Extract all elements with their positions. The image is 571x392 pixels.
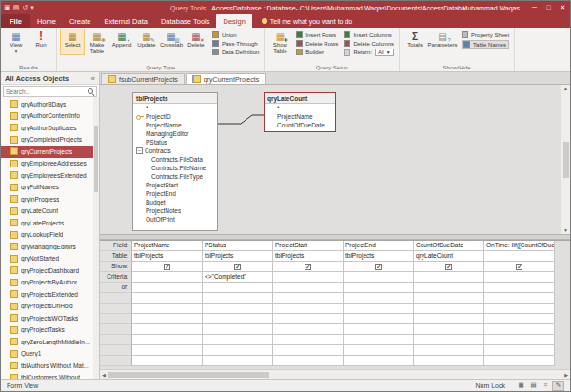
grid-cell[interactable] bbox=[203, 283, 273, 293]
grid-cell[interactable] bbox=[414, 356, 484, 366]
grid-cell[interactable] bbox=[203, 345, 273, 356]
delete-columns-button[interactable]: Delete Columns bbox=[344, 40, 394, 47]
grid-cell[interactable] bbox=[203, 304, 273, 314]
grid-cell[interactable] bbox=[273, 324, 344, 335]
insert-columns-button[interactable]: Insert Columns bbox=[344, 31, 394, 38]
builder-button[interactable]: Builder bbox=[296, 49, 338, 55]
show-checkbox[interactable] bbox=[234, 264, 241, 270]
grid-cell[interactable]: tblProjects bbox=[132, 251, 203, 262]
table-names-button[interactable]: Table Names bbox=[462, 40, 509, 49]
field-item-managingeditor[interactable]: ManagingEditor bbox=[133, 129, 217, 138]
grid-horizontal-scrollbar[interactable]: ◀ ▶ bbox=[100, 369, 570, 379]
ribbon-tab-design[interactable]: Design bbox=[216, 14, 251, 28]
field-item-contracts-filedata[interactable]: Contracts.FileData bbox=[133, 155, 217, 164]
grid-cell[interactable]: ProjectEnd bbox=[344, 241, 414, 251]
minimize-button[interactable]: ─ bbox=[527, 1, 541, 14]
sidebar-item-qryfullnames[interactable]: qryFullNames bbox=[1, 182, 99, 194]
sidebar-item-qrynotstarted[interactable]: qryNotStarted bbox=[1, 253, 99, 265]
ribbon-tab-home[interactable]: Home bbox=[30, 14, 63, 28]
sidebar-item-qrylatecount[interactable]: qryLateCount bbox=[1, 206, 99, 218]
grid-cell[interactable] bbox=[484, 272, 555, 283]
scroll-right-icon[interactable]: ▶ bbox=[564, 372, 568, 378]
sidebar-item-qryprojectswotasks[interactable]: qryProjectsWOTasks bbox=[1, 312, 99, 324]
field-item-[interactable]: * bbox=[133, 104, 217, 112]
insert-rows-button[interactable]: Insert Rows bbox=[296, 31, 338, 38]
show-table-button[interactable]: ▦✚ Show Table bbox=[267, 29, 292, 55]
sidebar-item-qryauthorbdays[interactable]: qryAuthorBDays bbox=[1, 98, 99, 110]
nav-scrollbar-thumb[interactable] bbox=[94, 126, 98, 192]
grid-cell[interactable] bbox=[414, 272, 484, 283]
totals-button[interactable]: Σ Totals bbox=[403, 29, 427, 49]
return-control[interactable]: Return: All ▼ bbox=[344, 49, 394, 56]
show-checkbox[interactable] bbox=[305, 264, 311, 270]
design-surface[interactable]: ▲ ▼ tblProjects*ProjectIDProjectNameMana… bbox=[100, 85, 570, 235]
grid-cell[interactable] bbox=[414, 262, 484, 272]
grid-cell[interactable] bbox=[344, 304, 414, 314]
tell-me-box[interactable]: Tell me what you want to do bbox=[262, 14, 352, 28]
close-button[interactable]: ✕ bbox=[556, 1, 570, 14]
sidebar-item-qryprojectdashboard[interactable]: qryProjectDashboard bbox=[1, 265, 99, 277]
qat-dropdown-icon[interactable]: ▾ bbox=[30, 1, 34, 14]
grid-cell[interactable] bbox=[132, 283, 203, 293]
undo-icon[interactable]: ↺ bbox=[22, 1, 28, 14]
field-list-tblprojects[interactable]: tblProjects*ProjectIDProjectNameManaging… bbox=[132, 92, 218, 231]
sidebar-item-qryprojectsbyauthor[interactable]: qryProjectsByAuthor bbox=[1, 277, 99, 289]
pivot-view-icon[interactable]: ▤ bbox=[527, 381, 540, 391]
grid-cell[interactable] bbox=[344, 262, 414, 272]
grid-cell[interactable]: ProjectName bbox=[132, 241, 203, 251]
nav-pane-header[interactable]: All Access Objects « bbox=[1, 72, 99, 85]
tab-fsubcurrentprojects[interactable]: fsubCurrentProjects bbox=[101, 73, 185, 84]
crosstab-query-button[interactable]: ▦▥Crosstab bbox=[159, 29, 184, 55]
grid-cell[interactable]: ProjectStart bbox=[273, 241, 344, 251]
field-item-outofprint[interactable]: OutOfPrint bbox=[133, 215, 217, 224]
union-button[interactable]: Union bbox=[212, 31, 259, 38]
grid-cell[interactable] bbox=[273, 304, 344, 314]
field-item-countofduedate[interactable]: CountOfDueDate bbox=[265, 121, 335, 129]
grid-cell[interactable] bbox=[132, 314, 203, 324]
parameters-button[interactable]: ▤? Parameters bbox=[427, 29, 458, 49]
field-item-contracts-filetype[interactable]: Contracts.FileType bbox=[133, 172, 217, 181]
sidebar-item-qrylookupfield[interactable]: qryLookupField bbox=[1, 229, 99, 242]
run-button[interactable]: ! Run bbox=[29, 29, 53, 49]
sidebar-item-tblauthors-without-matchin[interactable]: tblAuthors Without Matchin... bbox=[1, 360, 99, 372]
grid-cell[interactable] bbox=[414, 324, 484, 335]
grid-cell[interactable] bbox=[203, 356, 273, 366]
grid-cell[interactable] bbox=[273, 272, 344, 283]
grid-cell[interactable] bbox=[344, 293, 414, 304]
grid-cell[interactable]: OnTime: IIf([CountOfDueDate]>0,'Late','O… bbox=[484, 241, 555, 251]
field-list-title[interactable]: tblProjects bbox=[133, 93, 217, 104]
field-item-budget[interactable]: Budget bbox=[133, 198, 217, 206]
grid-cell[interactable] bbox=[484, 356, 555, 366]
show-checkbox[interactable] bbox=[445, 264, 452, 270]
show-checkbox[interactable] bbox=[164, 264, 170, 270]
grid-cell[interactable] bbox=[203, 335, 273, 345]
grid-cell[interactable] bbox=[414, 335, 484, 345]
datasheet-view-icon[interactable]: ▦ bbox=[515, 381, 527, 391]
grid-cell[interactable]: qryLateCount bbox=[414, 251, 484, 262]
sql-view-icon[interactable]: ⌗ bbox=[540, 381, 552, 391]
field-item-projectname[interactable]: ProjectName bbox=[265, 112, 335, 121]
sidebar-item-qryauthorduplicates[interactable]: qryAuthorDuplicates bbox=[1, 122, 99, 134]
grid-cell[interactable] bbox=[203, 314, 273, 324]
grid-cell[interactable] bbox=[203, 293, 273, 304]
field-item-contracts-filename[interactable]: Contracts.FileName bbox=[133, 164, 217, 172]
grid-cell[interactable] bbox=[484, 283, 555, 293]
design-view-icon[interactable]: ✎ bbox=[552, 381, 564, 391]
scrollbar-thumb[interactable] bbox=[108, 372, 269, 378]
select-query-button[interactable]: ▦Select bbox=[60, 29, 85, 55]
grid-cell[interactable] bbox=[344, 356, 414, 366]
field-item-projectend[interactable]: ProjectEnd bbox=[133, 189, 217, 198]
grid-cell[interactable] bbox=[203, 262, 273, 272]
ribbon-tab-file[interactable]: File bbox=[1, 14, 30, 28]
grid-cell[interactable] bbox=[344, 345, 414, 356]
grid-cell[interactable] bbox=[414, 314, 484, 324]
grid-cell[interactable] bbox=[344, 335, 414, 345]
design-vertical-scrollbar[interactable]: ▲ ▼ bbox=[561, 85, 570, 234]
sidebar-item-qryemployeesextended[interactable]: qryEmployeesExtended bbox=[1, 169, 99, 182]
access-app-icon[interactable]: ▣ bbox=[4, 1, 10, 14]
delete-query-button[interactable]: ▦✕Delete bbox=[184, 29, 208, 55]
grid-cell[interactable] bbox=[273, 283, 344, 293]
field-list-title[interactable]: qryLateCount bbox=[265, 93, 335, 104]
show-checkbox[interactable] bbox=[516, 264, 522, 270]
grid-cell[interactable] bbox=[273, 356, 344, 366]
